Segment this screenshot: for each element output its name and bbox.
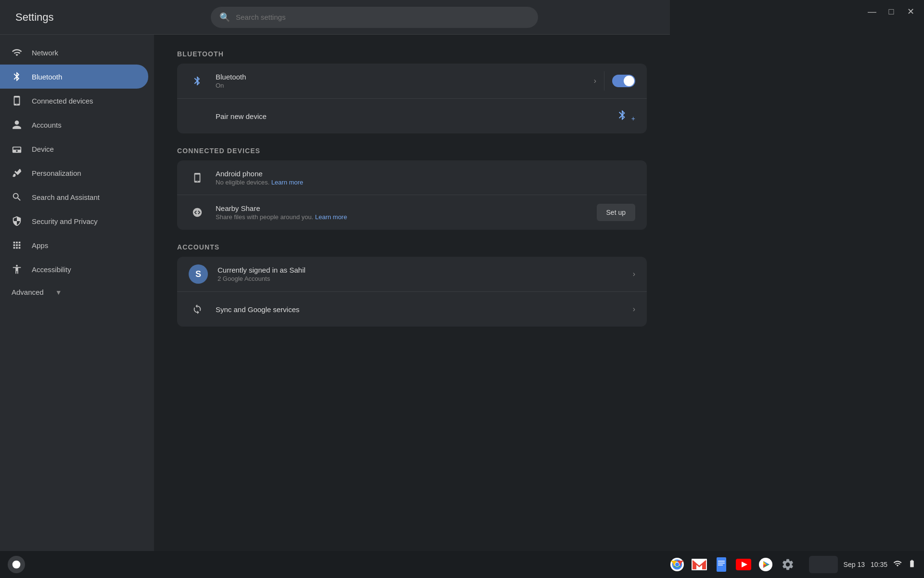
nearby-share-content: Nearby Share Share files with people aro… [216, 204, 587, 221]
connected-devices-card: Android phone No eligible devices. Learn… [177, 160, 647, 230]
taskbar-app-docs[interactable] [712, 555, 731, 574]
sync-icon [189, 301, 206, 318]
sync-chevron-icon: › [633, 305, 635, 314]
sidebar-item-device[interactable]: Device [0, 137, 148, 161]
bluetooth-add-icon: + [616, 109, 635, 123]
chevron-down-icon: ▼ [55, 289, 62, 296]
taskbar-app-youtube[interactable] [734, 555, 753, 574]
nearby-share-icon [189, 204, 206, 221]
sidebar-item-personalization[interactable]: Personalization [0, 161, 148, 185]
sidebar-label-personalization: Personalization [32, 169, 81, 177]
android-phone-title: Android phone [216, 170, 635, 178]
bluetooth-row-title: Bluetooth [216, 73, 584, 81]
nearby-share-title: Nearby Share [216, 204, 587, 212]
advanced-label: Advanced [12, 288, 44, 296]
sidebar-item-security-privacy[interactable]: Security and Privacy [0, 209, 148, 233]
sidebar-label-connected-devices: Connected devices [32, 97, 93, 105]
search-icon [12, 192, 22, 202]
taskbar-app-gmail[interactable] [690, 555, 709, 574]
device-icon [12, 144, 22, 154]
account-chevron-icon: › [633, 270, 635, 278]
avatar: S [189, 264, 208, 284]
account-row-title: Currently signed in as Sahil [218, 266, 623, 274]
bluetooth-row-subtitle: On [216, 82, 584, 89]
search-input[interactable] [236, 13, 529, 21]
sidebar-label-accessibility: Accessibility [32, 265, 71, 274]
svg-point-0 [13, 561, 21, 569]
svg-rect-8 [718, 563, 725, 564]
apps-icon [12, 240, 22, 250]
sidebar-item-search-assistant[interactable]: Search and Assistant [0, 185, 148, 209]
taskbar-user-area[interactable] [809, 556, 838, 573]
bluetooth-toggle[interactable] [612, 75, 635, 87]
sidebar-item-apps[interactable]: Apps [0, 233, 148, 257]
sync-google-row[interactable]: Sync and Google services › [177, 292, 647, 327]
sidebar-item-network[interactable]: Network [0, 40, 148, 65]
pair-new-device-row[interactable]: Pair new device + [177, 99, 647, 133]
pair-new-device-actions: + [616, 109, 635, 123]
android-phone-content: Android phone No eligible devices. Learn… [216, 170, 635, 186]
battery-status-icon [908, 559, 916, 570]
sidebar-label-search-assistant: Search and Assistant [32, 193, 100, 201]
sidebar-label-device: Device [32, 145, 54, 153]
android-phone-learn-more[interactable]: Learn more [271, 179, 303, 186]
devices-icon [12, 95, 22, 106]
bluetooth-row-content: Bluetooth On [216, 73, 584, 89]
sidebar-item-connected-devices[interactable]: Connected devices [0, 89, 148, 113]
bluetooth-icon [12, 71, 22, 82]
content-area: Network Bluetooth Connected devices [0, 35, 670, 559]
minimize-button[interactable]: — [866, 6, 878, 17]
taskbar-right: Sep 13 10:35 [809, 556, 916, 573]
wifi-icon [12, 47, 22, 58]
sidebar-item-accounts[interactable]: Accounts [0, 113, 148, 137]
settings-window: Settings 🔍 Network [0, 0, 670, 559]
main-panel: Bluetooth Bluetooth On › [154, 35, 670, 559]
sync-google-content: Sync and Google services [216, 305, 623, 314]
close-button[interactable]: ✕ [905, 6, 916, 17]
sidebar-label-network: Network [32, 49, 58, 57]
taskbar-app-settings[interactable] [778, 555, 797, 574]
sidebar-label-accounts: Accounts [32, 121, 62, 129]
pair-device-icon [189, 107, 206, 125]
taskbar-time: 10:35 [871, 561, 887, 568]
signed-in-account-row[interactable]: S Currently signed in as Sahil 2 Google … [177, 257, 647, 292]
setup-button[interactable]: Set up [597, 204, 635, 221]
sidebar-label-apps: Apps [32, 241, 48, 250]
maximize-button[interactable]: □ [886, 6, 897, 17]
bluetooth-row[interactable]: Bluetooth On › [177, 64, 647, 99]
android-phone-row[interactable]: Android phone No eligible devices. Learn… [177, 160, 647, 195]
svg-rect-7 [718, 561, 725, 562]
android-phone-subtitle: No eligible devices. Learn more [216, 179, 635, 186]
sidebar-item-accessibility[interactable]: Accessibility [0, 257, 148, 281]
accounts-card: S Currently signed in as Sahil 2 Google … [177, 257, 647, 327]
account-row-actions: › [633, 270, 635, 278]
taskbar-app-chrome[interactable] [667, 555, 687, 574]
window-controls: — □ ✕ [866, 6, 916, 17]
personalization-icon [12, 168, 22, 178]
sidebar-label-security-privacy: Security and Privacy [32, 217, 98, 225]
sidebar-item-bluetooth[interactable]: Bluetooth [0, 65, 148, 89]
connected-devices-section-title: Connected devices [177, 147, 647, 155]
sidebar: Network Bluetooth Connected devices [0, 35, 154, 559]
security-icon [12, 216, 22, 226]
launcher-button[interactable] [8, 556, 25, 573]
account-icon [12, 119, 22, 130]
bluetooth-row-actions: › [594, 71, 635, 91]
taskbar: Sep 13 10:35 [0, 551, 924, 578]
svg-point-4 [675, 563, 679, 566]
search-icon: 🔍 [219, 12, 230, 23]
app-title: Settings [15, 11, 83, 24]
bluetooth-section-title: Bluetooth [177, 50, 647, 58]
nearby-share-learn-more[interactable]: Learn more [315, 213, 347, 221]
sidebar-advanced[interactable]: Advanced ▼ [0, 281, 154, 303]
sync-google-actions: › [633, 305, 635, 314]
accounts-section-title: Accounts [177, 243, 647, 251]
bluetooth-card: Bluetooth On › Pair new device [177, 64, 647, 133]
sync-google-title: Sync and Google services [216, 305, 623, 314]
nearby-share-actions: Set up [597, 204, 635, 221]
nearby-share-row[interactable]: Nearby Share Share files with people aro… [177, 195, 647, 230]
taskbar-apps [667, 555, 797, 574]
taskbar-date: Sep 13 [844, 561, 865, 568]
pair-new-device-title: Pair new device [216, 112, 607, 120]
taskbar-app-play[interactable] [756, 555, 775, 574]
